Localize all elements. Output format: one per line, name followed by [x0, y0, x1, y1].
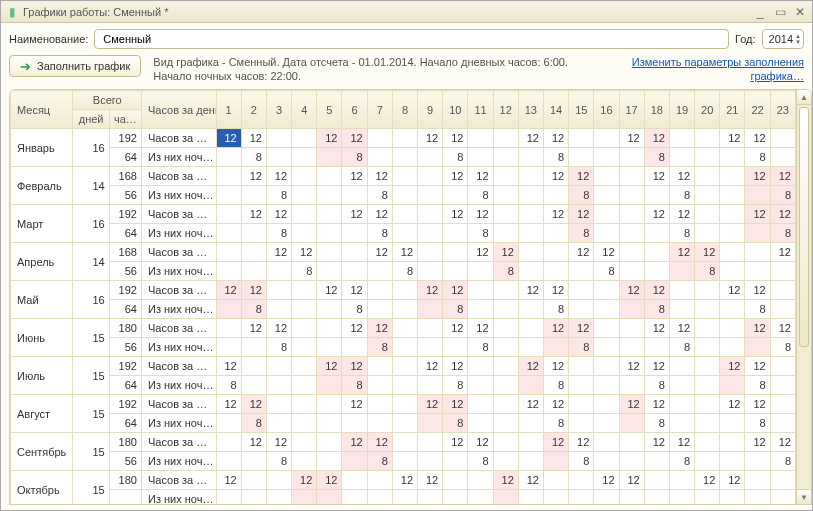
col-day-11[interactable]: 11: [468, 91, 493, 129]
maximize-button[interactable]: ▭: [772, 4, 788, 20]
cell[interactable]: 12: [418, 129, 443, 148]
cell[interactable]: 12: [543, 319, 568, 338]
cell[interactable]: [493, 452, 518, 471]
cell[interactable]: 8: [770, 186, 795, 205]
cell[interactable]: [418, 205, 443, 224]
cell[interactable]: [720, 319, 745, 338]
cell[interactable]: 12: [443, 205, 468, 224]
cell[interactable]: [292, 452, 317, 471]
cell[interactable]: 12: [720, 395, 745, 414]
cell[interactable]: [317, 300, 342, 319]
cell[interactable]: [695, 224, 720, 243]
cell[interactable]: [619, 148, 644, 167]
cell[interactable]: [695, 414, 720, 433]
cell[interactable]: 12: [569, 319, 594, 338]
cell[interactable]: [317, 376, 342, 395]
cell[interactable]: [241, 452, 266, 471]
cell[interactable]: [468, 129, 493, 148]
cell[interactable]: 12: [317, 129, 342, 148]
cell[interactable]: 8: [266, 186, 291, 205]
cell[interactable]: [418, 433, 443, 452]
cell[interactable]: [493, 357, 518, 376]
col-total[interactable]: Всего: [73, 91, 142, 110]
cell[interactable]: [770, 414, 795, 433]
night-total-cell[interactable]: 56: [109, 262, 141, 281]
cell[interactable]: [292, 357, 317, 376]
cell[interactable]: [594, 148, 619, 167]
cell[interactable]: 12: [418, 357, 443, 376]
cell[interactable]: [367, 129, 392, 148]
col-hours[interactable]: ча…: [109, 110, 141, 129]
cell[interactable]: 12: [443, 167, 468, 186]
cell[interactable]: 12: [594, 471, 619, 490]
col-day-7[interactable]: 7: [367, 91, 392, 129]
cell[interactable]: [518, 319, 543, 338]
cell[interactable]: [695, 281, 720, 300]
cell[interactable]: [317, 433, 342, 452]
night-total-cell[interactable]: [109, 490, 141, 505]
cell[interactable]: 12: [418, 281, 443, 300]
total-hours-cell[interactable]: 180: [109, 471, 141, 490]
cell[interactable]: 12: [468, 167, 493, 186]
cell[interactable]: [669, 471, 694, 490]
cell[interactable]: 12: [569, 243, 594, 262]
cell[interactable]: 12: [418, 471, 443, 490]
cell[interactable]: 8: [367, 224, 392, 243]
cell[interactable]: 12: [669, 433, 694, 452]
cell[interactable]: [518, 414, 543, 433]
cell[interactable]: [468, 414, 493, 433]
cell[interactable]: 12: [241, 129, 266, 148]
cell[interactable]: 12: [619, 471, 644, 490]
cell[interactable]: [317, 148, 342, 167]
cell[interactable]: [367, 300, 392, 319]
cell[interactable]: [493, 414, 518, 433]
cell[interactable]: [594, 452, 619, 471]
cell[interactable]: 12: [241, 167, 266, 186]
cell[interactable]: 12: [745, 395, 770, 414]
cell[interactable]: [619, 376, 644, 395]
cell[interactable]: [418, 224, 443, 243]
cell[interactable]: [594, 357, 619, 376]
cell[interactable]: 8: [493, 262, 518, 281]
cell[interactable]: [392, 281, 417, 300]
col-day-6[interactable]: 6: [342, 91, 367, 129]
row-label-night[interactable]: Из них ноч…: [141, 300, 216, 319]
cell[interactable]: [292, 338, 317, 357]
night-total-cell[interactable]: 64: [109, 224, 141, 243]
cell[interactable]: [695, 452, 720, 471]
cell[interactable]: [594, 205, 619, 224]
cell[interactable]: 12: [216, 395, 241, 414]
cell[interactable]: [594, 319, 619, 338]
cell[interactable]: [367, 281, 392, 300]
cell[interactable]: [418, 414, 443, 433]
cell[interactable]: [468, 357, 493, 376]
cell[interactable]: [392, 395, 417, 414]
cell[interactable]: 12: [543, 205, 568, 224]
cell[interactable]: [644, 186, 669, 205]
cell[interactable]: [468, 471, 493, 490]
cell[interactable]: [720, 490, 745, 505]
cell[interactable]: 12: [644, 395, 669, 414]
days-cell[interactable]: 15: [73, 319, 109, 357]
cell[interactable]: 8: [241, 414, 266, 433]
cell[interactable]: 12: [745, 357, 770, 376]
night-total-cell[interactable]: 64: [109, 376, 141, 395]
total-hours-cell[interactable]: 168: [109, 243, 141, 262]
cell[interactable]: 12: [644, 281, 669, 300]
cell[interactable]: 12: [241, 433, 266, 452]
cell[interactable]: [418, 148, 443, 167]
cell[interactable]: [518, 148, 543, 167]
cell[interactable]: 8: [770, 224, 795, 243]
cell[interactable]: 12: [619, 395, 644, 414]
row-label-night[interactable]: Из них ноч…: [141, 148, 216, 167]
cell[interactable]: 12: [770, 205, 795, 224]
cell[interactable]: 12: [342, 205, 367, 224]
cell[interactable]: 12: [216, 471, 241, 490]
cell[interactable]: 8: [468, 186, 493, 205]
cell[interactable]: 12: [342, 433, 367, 452]
cell[interactable]: [518, 224, 543, 243]
cell[interactable]: [418, 300, 443, 319]
row-label-hours[interactable]: Часов за …: [141, 395, 216, 414]
cell[interactable]: [266, 376, 291, 395]
cell[interactable]: 12: [518, 357, 543, 376]
